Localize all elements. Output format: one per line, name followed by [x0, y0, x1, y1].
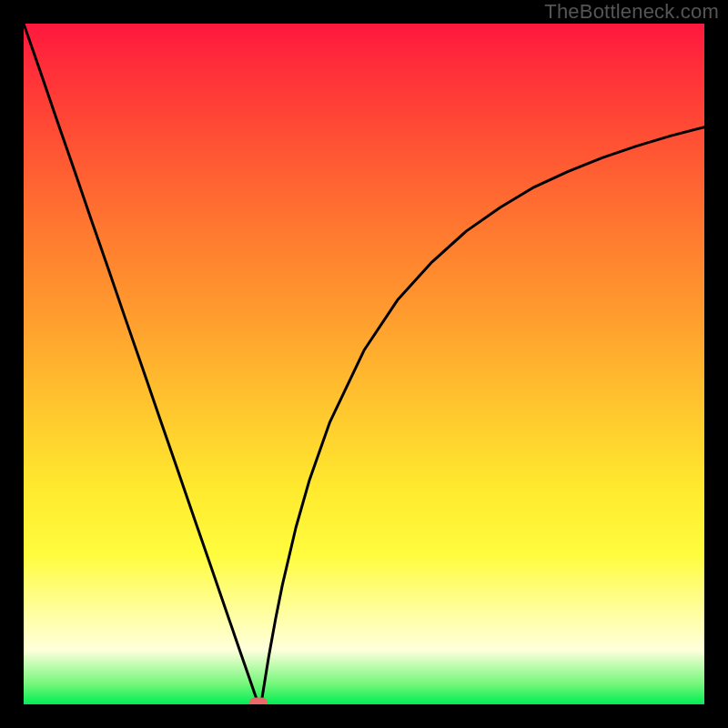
- chart-container: TheBottleneck.com: [0, 0, 728, 728]
- watermark-text: TheBottleneck.com: [544, 0, 719, 24]
- gradient-background: [24, 24, 704, 704]
